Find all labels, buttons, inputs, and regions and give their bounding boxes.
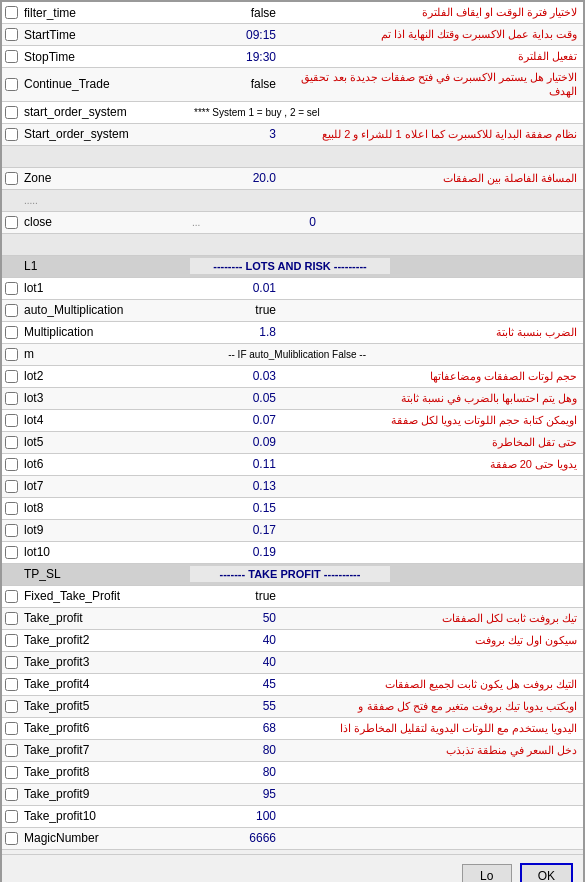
table-row: auto_Multiplication true: [2, 300, 583, 322]
multiplication-check[interactable]: [5, 326, 18, 339]
checkbox-cell[interactable]: [2, 280, 20, 297]
ok-button[interactable]: OK: [520, 863, 573, 882]
checkbox-cell[interactable]: [2, 610, 20, 627]
checkbox-cell[interactable]: [2, 654, 20, 671]
checkbox-cell[interactable]: [2, 126, 20, 143]
checkbox-cell[interactable]: [2, 720, 20, 737]
table-row: Take_profit10 100: [2, 806, 583, 828]
table-row: Zone 20.0 المسافة الفاصلة بين الصفقات: [2, 168, 583, 190]
lots-header-row: L1 -------- LOTS AND RISK ---------: [2, 256, 583, 278]
lot4-check[interactable]: [5, 414, 18, 427]
param-comment: سيكون اول تيك بروفت: [280, 631, 583, 649]
start-order-system2-check[interactable]: [5, 128, 18, 141]
checkbox-cell[interactable]: [2, 742, 20, 759]
section-title: ------- TAKE PROFIT ----------: [190, 566, 390, 582]
starttime-check[interactable]: [5, 28, 18, 41]
lot8-check[interactable]: [5, 502, 18, 515]
lot6-check[interactable]: [5, 458, 18, 471]
checkbox-cell[interactable]: [2, 390, 20, 407]
zone-check[interactable]: [5, 172, 18, 185]
take-profit10-check[interactable]: [5, 810, 18, 823]
checkbox-cell[interactable]: [2, 412, 20, 429]
checkbox-cell[interactable]: [2, 26, 20, 43]
take-profit-check[interactable]: [5, 612, 18, 625]
param-comment: تيك بروفت ثابت لكل الصفقات: [280, 609, 583, 627]
checkbox-cell[interactable]: [2, 500, 20, 517]
checkbox-cell[interactable]: [2, 786, 20, 803]
take-profit2-check[interactable]: [5, 634, 18, 647]
param-comment: دخل السعر في منطقة تذبذب: [280, 741, 583, 759]
checkbox-cell[interactable]: [2, 4, 20, 21]
checkbox-cell[interactable]: [2, 104, 20, 121]
stoptime-check[interactable]: [5, 50, 18, 63]
lot3-check[interactable]: [5, 392, 18, 405]
start-order-system-check[interactable]: [5, 106, 18, 119]
param-name: Take_profit2: [20, 631, 190, 649]
checkbox-cell[interactable]: [2, 368, 20, 385]
param-value: 20.0: [190, 169, 280, 187]
checkbox-cell[interactable]: [2, 170, 20, 187]
checkbox-cell[interactable]: [2, 676, 20, 693]
table-row: Start_order_system 3 نظام صفقة البداية ل…: [2, 124, 583, 146]
table-row: StartTime 09:15 وقت بداية عمل الاكسبرت و…: [2, 24, 583, 46]
bottom-bar: Lo OK: [2, 854, 583, 882]
checkbox-cell[interactable]: [2, 456, 20, 473]
param-name: lot8: [20, 499, 190, 517]
main-container: filter_time false لاختيار فترة الوقت او …: [0, 0, 585, 882]
take-profit8-check[interactable]: [5, 766, 18, 779]
checkbox-cell[interactable]: [2, 48, 20, 65]
take-profit6-check[interactable]: [5, 722, 18, 735]
checkbox-cell[interactable]: [2, 478, 20, 495]
checkbox-cell[interactable]: [2, 632, 20, 649]
param-name: Take_profit8: [20, 763, 190, 781]
param-value: 0.13: [190, 477, 280, 495]
checkbox-cell[interactable]: [2, 434, 20, 451]
checkbox-cell[interactable]: [2, 588, 20, 605]
lot2-check[interactable]: [5, 370, 18, 383]
param-name: Take_profit6: [20, 719, 190, 737]
param-comment: وقت بداية عمل الاكسبرت وقتك النهاية اذا …: [280, 25, 583, 43]
param-name: Take_profit10: [20, 807, 190, 825]
checkbox-cell[interactable]: [2, 324, 20, 341]
fixed-take-profit-check[interactable]: [5, 590, 18, 603]
checkbox-cell[interactable]: [2, 764, 20, 781]
take-profit5-check[interactable]: [5, 700, 18, 713]
lot10-check[interactable]: [5, 546, 18, 559]
close-check[interactable]: [5, 216, 18, 229]
lo-button[interactable]: Lo: [462, 864, 512, 882]
param-name: filter_time: [20, 4, 190, 22]
lot5-check[interactable]: [5, 436, 18, 449]
param-comment: التيك بروفت هل يكون ثابت لجميع الصفقات: [280, 675, 583, 693]
lot1-check[interactable]: [5, 282, 18, 295]
table-row: lot10 0.19: [2, 542, 583, 564]
filter-time-check[interactable]: [5, 6, 18, 19]
table-row: Multiplication 1.8 الضرب بنسبة ثابتة: [2, 322, 583, 344]
checkbox-cell[interactable]: [2, 302, 20, 319]
continue-trade-check[interactable]: [5, 78, 18, 91]
lot7-check[interactable]: [5, 480, 18, 493]
auto-mult-check[interactable]: [5, 304, 18, 317]
tp-header-row: TP_SL ------- TAKE PROFIT ----------: [2, 564, 583, 586]
checkbox-cell[interactable]: [2, 214, 20, 231]
section-title: -------- LOTS AND RISK ---------: [190, 258, 390, 274]
take-profit9-check[interactable]: [5, 788, 18, 801]
param-name: Multiplication: [20, 323, 190, 341]
param-value: 80: [190, 763, 280, 781]
take-profit4-check[interactable]: [5, 678, 18, 691]
param-name: lot10: [20, 543, 190, 561]
take-profit7-check[interactable]: [5, 744, 18, 757]
magic-number-check[interactable]: [5, 832, 18, 845]
param-name: lot7: [20, 477, 190, 495]
checkbox-cell[interactable]: [2, 544, 20, 561]
lot9-check[interactable]: [5, 524, 18, 537]
param-comment: اويكتب يدويا تيك بروفت متغير مع فتح كل ص…: [280, 697, 583, 715]
checkbox-cell[interactable]: [2, 346, 20, 363]
checkbox-cell[interactable]: [2, 76, 20, 93]
checkbox-cell[interactable]: [2, 522, 20, 539]
m-check[interactable]: [5, 348, 18, 361]
param-name: lot1: [20, 279, 190, 297]
checkbox-cell[interactable]: [2, 808, 20, 825]
checkbox-cell[interactable]: [2, 830, 20, 847]
take-profit3-check[interactable]: [5, 656, 18, 669]
checkbox-cell[interactable]: [2, 698, 20, 715]
